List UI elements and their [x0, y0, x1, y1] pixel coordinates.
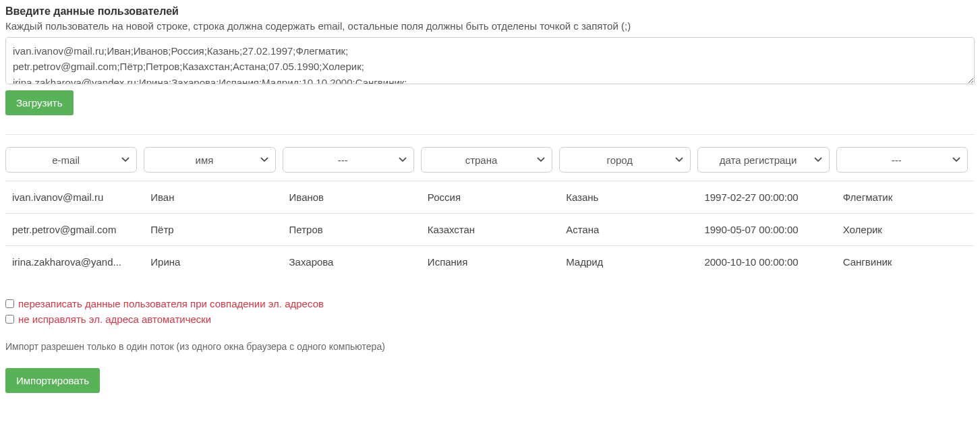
table-cell: Иван: [144, 181, 282, 213]
import-note: Импорт разрешен только в один поток (из …: [5, 341, 975, 352]
table-cell: 1997-02-27 00:00:00: [697, 181, 836, 213]
overwrite-checkbox[interactable]: [5, 299, 14, 308]
users-textarea[interactable]: [5, 37, 975, 84]
table-cell: Флегматик: [836, 181, 975, 213]
table-cell: petr.petrov@gmail.com: [5, 213, 144, 245]
table-cell: Испания: [421, 245, 559, 278]
table-cell: Иванов: [283, 181, 421, 213]
table-cell: Мадрид: [559, 245, 697, 278]
column-mapping-select[interactable]: e-mail: [5, 147, 137, 173]
table-cell: Казань: [559, 181, 697, 213]
table-cell: 2000-10-10 00:00:00: [697, 245, 836, 278]
column-header: город: [559, 147, 697, 181]
nofix-label[interactable]: не исправлять эл. адреса автоматически: [18, 313, 211, 325]
table-cell: 1990-05-07 00:00:00: [697, 213, 836, 245]
column-mapping-select[interactable]: ---: [283, 147, 414, 173]
import-button[interactable]: Импортировать: [5, 368, 100, 393]
nofix-checkbox[interactable]: [5, 315, 14, 324]
table-cell: Ирина: [144, 245, 282, 278]
option-overwrite-row: перезаписать данные пользователя при сов…: [5, 298, 975, 309]
table-cell: Астана: [559, 213, 697, 245]
column-header: имя: [144, 147, 282, 181]
options-block: перезаписать данные пользователя при сов…: [5, 298, 975, 325]
column-header: e-mail: [5, 147, 144, 181]
column-mapping-select[interactable]: город: [559, 147, 691, 173]
divider: [5, 134, 975, 135]
table-cell: Холерик: [836, 213, 975, 245]
overwrite-label[interactable]: перезаписать данные пользователя при сов…: [18, 298, 324, 309]
table-cell: ivan.ivanov@mail.ru: [5, 181, 144, 213]
column-header: страна: [421, 147, 559, 181]
table-cell: Захарова: [283, 245, 421, 278]
page-subheading: Каждый пользователь на новой строке, стр…: [5, 20, 975, 32]
table-cell: Пётр: [144, 213, 282, 245]
column-header: ---: [283, 147, 421, 181]
table-cell: Сангвиник: [836, 245, 975, 278]
table-cell: Казахстан: [421, 213, 559, 245]
column-mapping-select[interactable]: дата регистраци: [697, 147, 829, 173]
preview-table: e-mailимя---странагороддата регистраци--…: [5, 147, 975, 278]
column-mapping-select[interactable]: страна: [421, 147, 552, 173]
column-header: ---: [836, 147, 975, 181]
page-heading: Введите данные пользователей: [5, 5, 975, 18]
column-header: дата регистраци: [697, 147, 836, 181]
table-cell: irina.zakharova@yand...: [5, 245, 144, 278]
load-button[interactable]: Загрузить: [5, 90, 74, 115]
option-nofix-row: не исправлять эл. адреса автоматически: [5, 313, 975, 325]
column-mapping-select[interactable]: имя: [144, 147, 275, 173]
column-mapping-select[interactable]: ---: [836, 147, 968, 173]
table-cell: Россия: [421, 181, 559, 213]
table-cell: Петров: [283, 213, 421, 245]
